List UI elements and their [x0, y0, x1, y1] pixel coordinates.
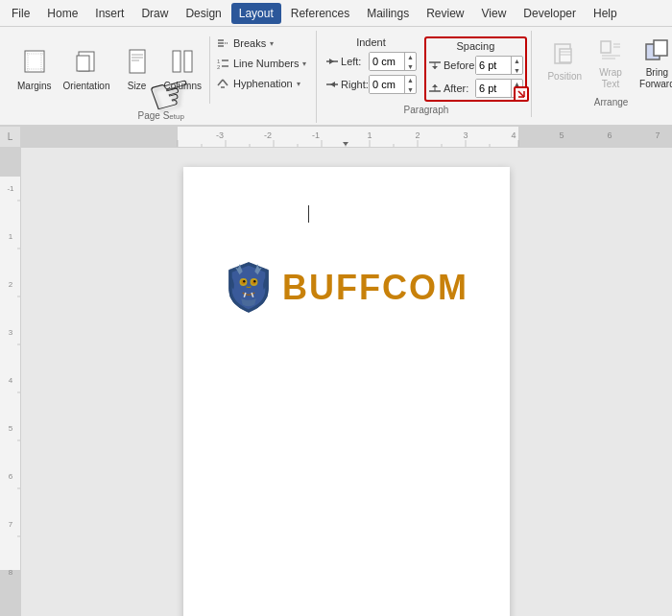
menu-help[interactable]: Help	[586, 3, 625, 24]
spacing-after-row: After: ▲ ▼	[428, 79, 523, 98]
spacing-before-down[interactable]: ▼	[512, 65, 522, 75]
spacing-after-input[interactable]	[476, 80, 511, 97]
spacing-before-input[interactable]	[476, 57, 511, 74]
page: BUFFCOM	[183, 167, 510, 616]
spacing-after-label: After:	[444, 83, 472, 94]
text-cursor	[308, 205, 309, 223]
bring-forward-label: Bring Forward	[639, 67, 672, 90]
position-button[interactable]: Position	[541, 33, 588, 90]
arrange-label: Arrange	[594, 97, 629, 107]
svg-line-36	[518, 91, 524, 97]
columns-button[interactable]: Columns	[158, 41, 207, 99]
logo-shield	[225, 261, 273, 314]
left-ruler: -1 1 2 3 4 5 6 7 8	[0, 148, 21, 616]
line-numbers-label: Line Numbers	[233, 58, 299, 69]
page-options-group: Breaks ▾ 1 2 Line Numbers ▾	[212, 38, 310, 102]
spacing-section: Spacing Before: ▲ ▼	[424, 36, 527, 102]
svg-text:3: 3	[463, 130, 468, 140]
paragraph-dialog-launcher[interactable]	[514, 86, 529, 102]
indent-left-input[interactable]	[370, 53, 404, 70]
wrap-text-label: Wrap Text	[599, 67, 622, 90]
menu-file[interactable]: File	[4, 3, 37, 24]
svg-text:-3: -3	[216, 130, 224, 140]
position-label: Position	[547, 71, 582, 83]
spacing-before-spinners: ▲ ▼	[511, 56, 522, 75]
menu-mailings[interactable]: Mailings	[359, 3, 417, 24]
indent-left-down[interactable]: ▼	[405, 61, 416, 71]
indent-right-input[interactable]	[370, 76, 404, 93]
separator-1	[209, 36, 210, 104]
ruler-main: -3 -2 -1 1 2 3 4 5 6 7	[21, 127, 672, 147]
indent-right-label: Right:	[341, 79, 366, 90]
margins-button[interactable]: Margins	[12, 41, 58, 99]
spacing-before-input-wrapper: ▲ ▼	[475, 56, 523, 75]
svg-line-21	[218, 80, 223, 85]
breaks-button[interactable]: Breaks ▾	[212, 35, 310, 52]
page-setup-group: Margins Orientation	[6, 31, 317, 123]
arrange-group: Position Wrap Text	[536, 31, 672, 109]
hyphenation-button[interactable]: Hyphenation ▾	[212, 75, 310, 92]
ribbon: Margins Orientation	[0, 27, 672, 127]
menu-home[interactable]: Home	[39, 3, 85, 24]
indent-right-input-wrapper: ▲ ▼	[369, 75, 417, 94]
svg-text:6: 6	[9, 472, 13, 481]
svg-marker-27	[330, 82, 335, 87]
position-icon	[552, 40, 577, 69]
svg-point-102	[253, 280, 255, 282]
spacing-title: Spacing	[428, 40, 523, 52]
svg-text:2: 2	[9, 280, 13, 289]
dialog-launcher-icon	[516, 89, 526, 99]
indent-left-up[interactable]: ▲	[405, 52, 416, 61]
svg-text:6: 6	[607, 130, 612, 140]
svg-rect-51	[518, 127, 672, 147]
spacing-before-icon	[428, 60, 442, 70]
size-button[interactable]: Size	[116, 41, 158, 99]
svg-text:1: 1	[9, 232, 13, 241]
orientation-button[interactable]: Orientation	[58, 41, 116, 99]
svg-text:5: 5	[9, 424, 13, 433]
bring-forward-icon	[644, 36, 669, 65]
menu-references[interactable]: References	[283, 3, 357, 24]
indent-left-spinners: ▲ ▼	[404, 52, 416, 71]
menu-review[interactable]: Review	[419, 3, 471, 24]
orientation-label: Orientation	[63, 81, 110, 92]
svg-text:7: 7	[9, 520, 13, 529]
menu-developer[interactable]: Developer	[516, 3, 584, 24]
spacing-before-label: Before:	[444, 59, 472, 71]
svg-point-101	[243, 280, 245, 282]
spacing-before-up[interactable]: ▲	[512, 56, 522, 65]
svg-rect-49	[21, 127, 178, 147]
indent-title: Indent	[325, 36, 417, 48]
page-setup-label: Page Setup	[138, 110, 184, 121]
menu-insert[interactable]: Insert	[87, 3, 132, 24]
indent-section: Indent Left: ▲ ▼	[325, 36, 417, 102]
line-numbers-button[interactable]: 1 2 Line Numbers ▾	[212, 55, 310, 72]
svg-rect-47	[654, 40, 667, 56]
indent-right-down[interactable]: ▼	[405, 84, 416, 94]
breaks-dropdown-icon: ▾	[270, 39, 274, 48]
indent-right-up[interactable]: ▲	[405, 75, 416, 84]
svg-rect-11	[173, 51, 180, 72]
columns-icon	[169, 48, 196, 79]
menu-view[interactable]: View	[474, 3, 515, 24]
svg-text:4: 4	[511, 130, 516, 140]
svg-rect-41	[601, 41, 611, 53]
svg-marker-25	[329, 59, 334, 64]
ruler-svg: -3 -2 -1 1 2 3 4 5 6 7	[21, 127, 672, 147]
menu-layout[interactable]: Layout	[231, 3, 281, 24]
menu-design[interactable]: Design	[178, 3, 228, 24]
svg-rect-12	[184, 51, 192, 72]
line-numbers-icon: 1 2	[216, 57, 229, 70]
indent-right-icon	[325, 80, 339, 89]
logo-area: BUFFCOM	[225, 261, 468, 314]
menu-draw[interactable]: Draw	[133, 3, 176, 24]
logo-text: BUFFCOM	[282, 268, 468, 308]
main-content: -1 1 2 3 4 5 6 7 8	[0, 148, 672, 616]
hyphenation-dropdown-icon: ▾	[297, 80, 300, 88]
svg-text:2: 2	[217, 64, 221, 70]
wrap-text-button[interactable]: Wrap Text	[589, 33, 632, 94]
bring-forward-button[interactable]: Bring Forward	[634, 33, 672, 94]
document-area[interactable]: BUFFCOM	[21, 148, 672, 616]
indent-left-input-wrapper: ▲ ▼	[369, 52, 417, 71]
ruler: L	[0, 127, 672, 148]
